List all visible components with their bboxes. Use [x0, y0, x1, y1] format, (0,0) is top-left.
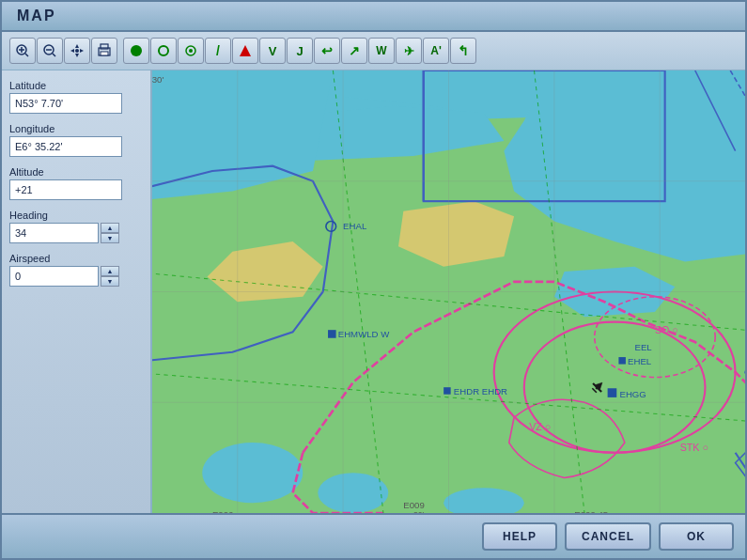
content-area: Latitude Longitude Altitude Heading ▲ ▼ — [2, 70, 745, 513]
svg-marker-19 — [240, 45, 251, 56]
altitude-label: Altitude — [9, 166, 143, 178]
ok-button[interactable]: OK — [659, 522, 734, 551]
heading-group: Heading ▲ ▼ — [9, 210, 143, 243]
map-svg: EHAL EHMWLD W EHDR EHDR EHGG EHEL — [152, 70, 745, 513]
altitude-group: Altitude — [9, 166, 143, 200]
longitude-label: Longitude — [9, 123, 143, 134]
svg-text:EEL: EEL — [635, 342, 653, 352]
toolbar: / V J ↩ ↗ W ✈ A' ↰ — [2, 32, 745, 70]
svg-rect-58 — [328, 330, 336, 338]
longitude-group: Longitude — [9, 123, 143, 157]
svg-rect-14 — [101, 52, 108, 55]
longitude-input[interactable] — [9, 136, 122, 157]
waypoint-filled-button[interactable] — [123, 38, 149, 64]
w-tool-button[interactable]: W — [368, 38, 395, 64]
airspeed-down-button[interactable]: ▼ — [101, 276, 119, 287]
map-area[interactable]: EHAL EHMWLD W EHDR EHDR EHGG EHEL — [152, 70, 745, 513]
altitude-input[interactable] — [9, 179, 122, 200]
window-title: MAP — [17, 8, 56, 23]
svg-point-30 — [202, 443, 303, 503]
airspeed-spin-buttons: ▲ ▼ — [101, 266, 119, 287]
wind-tool-button[interactable]: ↰ — [450, 38, 476, 64]
heading-spin-buttons: ▲ ▼ — [101, 223, 119, 243]
curve-tool-button[interactable]: ↩ — [314, 38, 340, 64]
slash-tool-button[interactable]: / — [205, 38, 231, 64]
latitude-group: Latitude — [9, 80, 143, 114]
svg-text:EHGG: EHGG — [619, 389, 646, 399]
svg-text:VZ ○: VZ ○ — [529, 421, 551, 432]
heading-input[interactable] — [9, 223, 99, 243]
heading-down-button[interactable]: ▼ — [101, 233, 119, 243]
svg-rect-62 — [608, 388, 617, 397]
svg-rect-67 — [618, 357, 625, 364]
zoom-out-button[interactable] — [37, 38, 63, 64]
heading-spinner-group: ▲ ▼ — [9, 223, 143, 243]
svg-text:30': 30' — [413, 510, 425, 513]
airspeed-input[interactable] — [9, 266, 99, 287]
heading-label: Heading — [9, 210, 143, 221]
airspeed-up-button[interactable]: ▲ — [101, 266, 119, 276]
svg-point-31 — [318, 473, 388, 513]
airspeed-spinner-group: ▲ ▼ — [9, 266, 143, 287]
waypoint-circle-button[interactable] — [150, 38, 177, 64]
cancel-button[interactable]: CANCEL — [565, 522, 651, 551]
title-bar: MAP — [2, 2, 745, 32]
waypoint-group: / V J ↩ ↗ W ✈ A' ↰ — [123, 38, 476, 64]
svg-text:STK ○: STK ○ — [680, 442, 708, 453]
svg-text:EHEL: EHEL — [628, 356, 652, 366]
latitude-input[interactable] — [9, 93, 122, 114]
svg-point-16 — [159, 46, 168, 55]
zoom-nav-group — [9, 38, 117, 64]
svg-point-15 — [131, 45, 142, 56]
svg-line-6 — [53, 54, 55, 56]
arrow-tool-button[interactable]: ↗ — [341, 38, 367, 64]
main-window: MAP — [0, 0, 747, 560]
airspeed-group: Airspeed ▲ ▼ — [9, 253, 143, 287]
svg-text:EHMWLD W: EHMWLD W — [338, 329, 390, 339]
bird-tool-button[interactable]: ✈ — [396, 38, 422, 64]
svg-marker-9 — [70, 49, 74, 53]
svg-point-11 — [75, 49, 79, 53]
svg-text:EHDR EHDR: EHDR EHDR — [454, 386, 507, 397]
footer: HELP CANCEL OK — [2, 513, 745, 558]
svg-text:E009: E009 — [403, 500, 424, 510]
text-tool-button[interactable]: A' — [423, 38, 449, 64]
radio-button-tool[interactable] — [178, 38, 204, 64]
v-tool-button[interactable]: V — [259, 38, 286, 64]
triangle-tool-button[interactable] — [232, 38, 258, 64]
left-panel: Latitude Longitude Altitude Heading ▲ ▼ — [2, 70, 152, 513]
heading-up-button[interactable]: ▲ — [101, 223, 119, 233]
latitude-label: Latitude — [9, 80, 143, 91]
svg-point-18 — [189, 49, 193, 53]
svg-rect-60 — [444, 387, 450, 394]
svg-marker-10 — [80, 49, 84, 53]
airspeed-label: Airspeed — [9, 253, 143, 264]
help-button[interactable]: HELP — [482, 522, 557, 551]
print-button[interactable] — [91, 38, 117, 64]
svg-text:30': 30' — [152, 74, 163, 85]
zoom-in-button[interactable] — [9, 38, 36, 64]
svg-text:SO ○: SO ○ — [655, 324, 678, 335]
svg-text:E009 45: E009 45 — [574, 509, 608, 513]
svg-text:EHAL: EHAL — [343, 221, 367, 231]
svg-line-3 — [25, 54, 28, 56]
svg-text:E006: E006 — [212, 509, 233, 513]
svg-marker-7 — [75, 44, 79, 48]
j-tool-button[interactable]: J — [287, 38, 313, 64]
pan-button[interactable] — [64, 38, 90, 64]
svg-marker-8 — [75, 54, 79, 57]
